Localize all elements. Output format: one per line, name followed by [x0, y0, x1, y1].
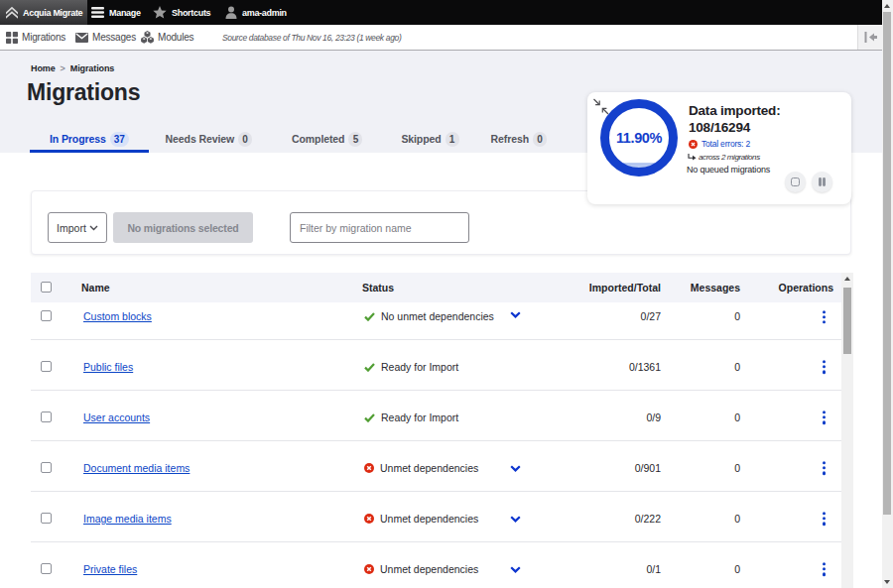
tab-refresh[interactable]: Refresh 0 — [471, 125, 567, 153]
expand-row-chevron-icon[interactable] — [510, 516, 521, 523]
expand-row-chevron-icon[interactable] — [510, 311, 521, 318]
toolbar-migrations-label: Migrations — [22, 32, 65, 43]
acquia-migrate-brand[interactable]: Acquia Migrate — [0, 0, 87, 25]
branch-arrow-icon — [688, 154, 697, 162]
data-imported-heading: Data imported: 108/16294 — [689, 102, 780, 136]
table-body: Name Status Imported/Total Messages Oper… — [31, 273, 841, 588]
tab-skipped[interactable]: Skipped 1 — [381, 125, 478, 153]
row-operations-kebab[interactable] — [821, 308, 828, 326]
toolbar-tray-toggle[interactable] — [857, 25, 882, 50]
status-cell: Ready for Import — [362, 361, 537, 373]
migration-name-link[interactable]: Public files — [83, 361, 133, 373]
stop-button[interactable] — [785, 172, 806, 192]
row-operations-kebab[interactable] — [821, 560, 828, 578]
across-migrations-text: across 2 migrations — [699, 153, 760, 162]
tab-label: Skipped — [401, 133, 441, 145]
select-all-checkbox[interactable] — [41, 282, 52, 293]
source-database-note: Source database of Thu Nov 16, 23:23 (1 … — [222, 25, 401, 50]
star-icon — [153, 6, 167, 19]
shortcuts-menu[interactable]: Shortcuts — [153, 0, 210, 25]
import-progress-donut: 11.90% — [600, 99, 678, 176]
tab-in-progress[interactable]: In Progress 37 — [30, 125, 149, 153]
migration-name-link[interactable]: Private files — [83, 563, 137, 575]
row-checkbox[interactable] — [41, 412, 52, 422]
imported-total-value: 0/1 — [537, 563, 661, 575]
table-row: Document media items Unmet dependencies … — [31, 441, 841, 492]
tab-count-badge: 1 — [446, 132, 459, 147]
tab-completed[interactable]: Completed 5 — [272, 125, 382, 153]
expand-row-chevron-icon[interactable] — [510, 566, 521, 573]
migration-tabs: In Progress 37 Needs Review 0 Completed … — [30, 125, 567, 153]
row-checkbox[interactable] — [41, 310, 52, 321]
migration-name-link[interactable]: Image media items — [83, 513, 172, 525]
status-text: Unmet dependencies — [380, 563, 478, 575]
name-cell: Document media items — [70, 462, 362, 474]
modules-icon — [141, 31, 154, 44]
imported-total-value: 0/901 — [537, 462, 661, 474]
status-text: Ready for Import — [381, 361, 458, 373]
messages-count: 0 — [661, 513, 740, 525]
table-scrollbar[interactable] — [841, 273, 853, 588]
migration-filter-input[interactable] — [290, 212, 469, 243]
tab-label: Needs Review — [166, 133, 234, 145]
import-dropdown-button[interactable]: Import — [48, 212, 107, 243]
row-checkbox[interactable] — [41, 563, 52, 574]
no-migrations-selected-button: No migrations selected — [113, 212, 253, 243]
toolbar-messages-label: Messages — [92, 32, 136, 43]
row-operations-kebab[interactable] — [821, 358, 828, 376]
migration-name-link[interactable]: Custom blocks — [83, 310, 152, 322]
tab-needs-review[interactable]: Needs Review 0 — [146, 125, 272, 153]
across-migrations-note: across 2 migrations — [688, 153, 760, 162]
row-operations-kebab[interactable] — [821, 510, 828, 528]
table-scrollbar-thumb[interactable] — [843, 288, 851, 354]
user-icon — [225, 6, 237, 19]
row-operations-kebab[interactable] — [821, 459, 828, 477]
table-row: Custom blocks No unmet dependencies 0/27… — [31, 302, 841, 340]
row-checkbox[interactable] — [41, 513, 52, 524]
header-name: Name — [70, 282, 362, 294]
name-cell: Image media items — [70, 513, 362, 525]
admin-toolbar: Migrations Messages Modules Source datab… — [0, 25, 882, 51]
status-ok-icon — [364, 413, 375, 422]
expand-row-chevron-icon[interactable] — [510, 465, 521, 472]
table-row: User accounts Ready for Import 0/9 0 — [31, 391, 841, 441]
status-ok-icon — [364, 312, 375, 321]
row-checkbox[interactable] — [41, 462, 52, 473]
total-errors-row: Total errors: 2 — [689, 139, 750, 149]
header-operations: Operations — [740, 282, 841, 294]
name-cell: Public files — [70, 361, 362, 373]
import-overview-card: 11.90% Data imported: 108/16294 Total er… — [587, 92, 851, 204]
page-scrollbar-down-arrow[interactable] — [884, 580, 890, 584]
row-operations-kebab[interactable] — [821, 409, 828, 426]
toolbar-item-modules[interactable]: Modules — [141, 25, 193, 50]
user-label: ama-admin — [242, 8, 287, 18]
table-scrollbar-up-arrow[interactable] — [844, 277, 850, 281]
toolbar-item-messages[interactable]: Messages — [75, 25, 136, 50]
queue-status-note: No queued migrations — [687, 165, 770, 175]
user-menu[interactable]: ama-admin — [225, 0, 287, 25]
toolbar-item-migrations[interactable]: Migrations — [6, 25, 65, 50]
collapse-tray-icon — [864, 32, 877, 43]
page-scrollbar-up-arrow[interactable] — [884, 4, 890, 8]
imported-total-value: 0/222 — [537, 513, 661, 525]
migration-name-link[interactable]: Document media items — [83, 462, 190, 474]
status-text: No unmet dependencies — [381, 310, 494, 322]
page-scrollbar-thumb[interactable] — [883, 12, 891, 515]
pause-button[interactable] — [812, 172, 832, 192]
hamburger-icon — [91, 7, 104, 18]
total-errors-link[interactable]: Total errors: 2 — [702, 139, 750, 149]
manage-menu[interactable]: Manage — [91, 0, 141, 25]
tab-count-badge: 0 — [533, 132, 547, 147]
status-ok-icon — [364, 363, 375, 372]
page-scrollbar[interactable] — [882, 0, 893, 588]
table-rows: Custom blocks No unmet dependencies 0/27… — [31, 302, 841, 588]
shortcuts-label: Shortcuts — [172, 8, 210, 18]
breadcrumb-current[interactable]: Migrations — [70, 63, 115, 73]
status-error-icon — [364, 564, 374, 574]
migration-name-link[interactable]: User accounts — [83, 412, 150, 423]
status-cell: Ready for Import — [362, 412, 537, 423]
row-checkbox[interactable] — [41, 361, 52, 372]
header-imported-total: Imported/Total — [537, 282, 661, 294]
checkbox-cell — [31, 310, 70, 323]
breadcrumb-home-link[interactable]: Home — [31, 63, 56, 73]
